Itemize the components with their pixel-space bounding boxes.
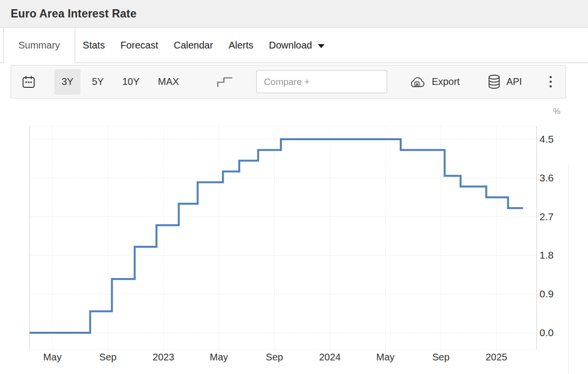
tab-stats[interactable]: Stats	[75, 28, 113, 63]
export-button[interactable]: Export	[408, 75, 460, 89]
chart-toolbar: 3Y 5Y 10Y MAX Export API	[11, 65, 566, 98]
svg-text:0.0: 0.0	[539, 327, 554, 338]
svg-text:1.8: 1.8	[539, 249, 554, 260]
tab-forecast-label: Forecast	[120, 40, 158, 51]
range-5y-button[interactable]: 5Y	[84, 69, 111, 95]
svg-text:2.7: 2.7	[539, 211, 554, 222]
more-options-button[interactable]	[549, 74, 553, 90]
tab-bar: Summary Stats Forecast Calendar Alerts D…	[0, 28, 588, 63]
svg-text:2024: 2024	[319, 352, 341, 362]
range-3y-label: 3Y	[62, 76, 73, 87]
svg-text:Sep: Sep	[432, 352, 450, 362]
range-max-label: MAX	[158, 76, 179, 87]
api-button[interactable]: API	[487, 74, 522, 89]
interest-rate-step-chart: %4.53.62.71.80.90.0MaySep2023MaySep2024M…	[0, 98, 588, 374]
tab-forecast[interactable]: Forecast	[113, 28, 166, 63]
tab-summary-label: Summary	[18, 40, 60, 51]
calendar-icon	[21, 75, 36, 89]
svg-text:4.5: 4.5	[539, 133, 554, 145]
tab-calendar-label: Calendar	[174, 40, 213, 51]
tab-alerts-label: Alerts	[229, 40, 253, 51]
chart-area: %4.53.62.71.80.90.0MaySep2023MaySep2024M…	[0, 98, 588, 374]
compare-input[interactable]	[256, 70, 387, 93]
range-selector: 3Y 5Y 10Y MAX	[54, 69, 190, 95]
tab-download[interactable]: Download	[261, 28, 332, 63]
tab-stats-label: Stats	[83, 40, 105, 51]
svg-text:May: May	[376, 352, 395, 362]
chart-type-button[interactable]	[216, 76, 234, 88]
database-icon	[487, 74, 501, 89]
range-5y-label: 5Y	[92, 76, 103, 87]
svg-text:Sep: Sep	[99, 352, 117, 362]
svg-text:Sep: Sep	[266, 352, 283, 362]
api-label: API	[506, 76, 522, 87]
range-3y-button[interactable]: 3Y	[54, 69, 81, 95]
tab-summary[interactable]: Summary	[3, 28, 75, 63]
export-label: Export	[432, 76, 460, 87]
range-max-button[interactable]: MAX	[151, 69, 186, 95]
svg-text:2023: 2023	[153, 352, 175, 362]
svg-text:%: %	[553, 107, 560, 116]
svg-text:2025: 2025	[486, 352, 507, 362]
svg-text:0.9: 0.9	[539, 288, 554, 299]
tab-calendar[interactable]: Calendar	[166, 28, 221, 63]
page-header: Euro Area Interest Rate	[0, 0, 588, 28]
kebab-menu-icon	[549, 74, 553, 90]
calendar-button[interactable]	[21, 75, 36, 89]
step-line-icon	[216, 76, 234, 88]
page-title: Euro Area Interest Rate	[11, 7, 136, 20]
tab-alerts[interactable]: Alerts	[221, 28, 261, 63]
svg-text:3.6: 3.6	[539, 172, 554, 183]
tab-download-label: Download	[269, 40, 312, 51]
range-10y-label: 10Y	[122, 76, 140, 87]
svg-text:May: May	[43, 352, 62, 362]
content-right-divider	[568, 163, 569, 374]
range-10y-button[interactable]: 10Y	[115, 69, 147, 95]
chevron-down-icon	[318, 44, 325, 48]
svg-text:May: May	[210, 352, 228, 362]
cloud-download-icon	[408, 75, 426, 89]
